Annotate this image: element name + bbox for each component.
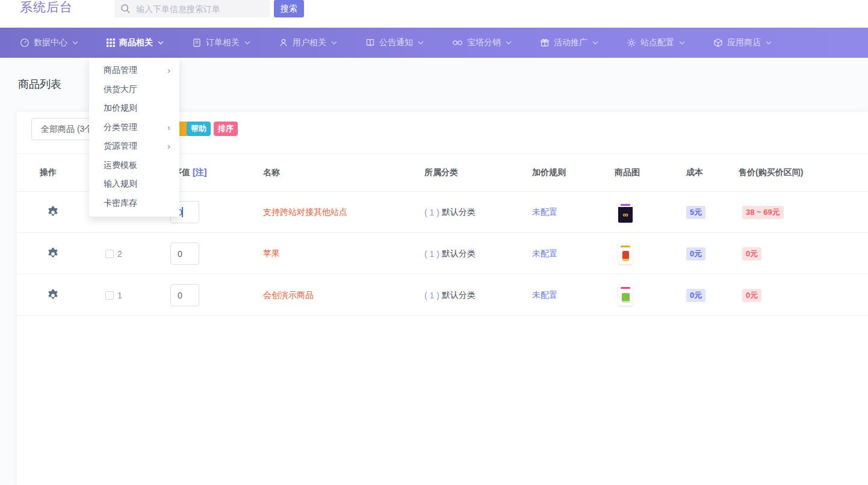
col-header-cost: 成本: [686, 153, 703, 191]
nav-item-announcements[interactable]: 公告通知: [365, 37, 424, 48]
nav-item-pagoda-distribution[interactable]: 宝塔分销: [452, 37, 512, 48]
product-name-link[interactable]: 支持跨站对接其他站点: [263, 207, 347, 218]
cost-badge: 0元: [686, 247, 705, 261]
product-name-link[interactable]: 会创演示商品: [263, 290, 314, 301]
menu-item-product-management[interactable]: 商品管理 ›: [89, 61, 179, 80]
gear-icon: [627, 38, 636, 48]
chevron-down-icon: [158, 41, 164, 45]
row-id-label: 2: [117, 249, 122, 259]
row-settings-gear-icon[interactable]: [45, 246, 61, 262]
nav-item-promotions[interactable]: 活动推广: [540, 37, 598, 48]
nav-label: 数据中心: [34, 37, 67, 48]
text-caret: [182, 207, 183, 217]
category-index: ( 1 ): [424, 291, 439, 300]
order-icon: [192, 38, 202, 48]
col-header-name: 名称: [263, 153, 280, 191]
nav-label: 宝塔分销: [467, 37, 501, 48]
category-name: 默认分类: [442, 290, 476, 301]
product-image[interactable]: ∞: [618, 202, 633, 223]
menu-item-label: 商品管理: [104, 65, 137, 75]
submenu-arrow-icon: ›: [167, 118, 170, 137]
menu-item-label: 输入规则: [104, 179, 137, 188]
menu-item-label: 分类管理: [104, 122, 137, 132]
row-checkbox[interactable]: [105, 291, 114, 300]
menu-item-card-stock[interactable]: 卡密库存: [89, 194, 179, 213]
markup-rule-link[interactable]: 未配置: [532, 290, 557, 301]
gift-icon: [540, 38, 550, 48]
page-title: 商品列表: [18, 77, 61, 91]
category-name: 默认分类: [442, 249, 476, 259]
sort-value-input[interactable]: [170, 242, 199, 265]
order-search-box: [114, 0, 270, 17]
nav-item-data-center[interactable]: 数据中心: [20, 37, 78, 48]
menu-item-source-management[interactable]: 货源管理 ›: [89, 137, 179, 156]
chevron-down-icon: [766, 41, 772, 45]
col-header-category: 所属分类: [424, 153, 458, 191]
nav-item-app-store[interactable]: 应用商店: [713, 37, 772, 48]
price-badge: 0元: [742, 247, 761, 261]
main-navbar: 数据中心 商品相关 订单相关 用户相关: [0, 28, 868, 58]
nav-label: 订单相关: [206, 37, 240, 48]
row-checkbox[interactable]: [105, 250, 114, 258]
search-button[interactable]: 搜索: [274, 0, 304, 17]
app-logo: 系统后台: [20, 0, 73, 16]
menu-item-label: 供货大厅: [104, 84, 137, 94]
chevron-down-icon: [331, 41, 337, 45]
box-icon: [713, 38, 723, 48]
chevron-down-icon: [244, 41, 250, 45]
col-header-rule: 加价规则: [532, 153, 566, 191]
menu-item-supply-hall[interactable]: 供货大厅: [89, 80, 179, 99]
menu-item-category-management[interactable]: 分类管理 ›: [89, 118, 179, 137]
nav-item-users[interactable]: 用户相关: [279, 37, 337, 48]
sort-value-input[interactable]: [170, 284, 199, 306]
row-settings-gear-icon[interactable]: [45, 205, 61, 220]
chevron-down-icon: [592, 41, 598, 45]
chevron-down-icon: [506, 41, 512, 45]
menu-item-label: 运费模板: [104, 160, 137, 170]
category-name: 默认分类: [442, 207, 476, 218]
nav-item-site-config[interactable]: 站点配置: [627, 37, 685, 48]
grid-icon: [107, 39, 115, 47]
nav-item-products[interactable]: 商品相关: [107, 37, 164, 48]
nav-label: 应用商店: [727, 37, 761, 48]
cost-badge: 5元: [686, 206, 705, 219]
top-header: 系统后台 搜索: [0, 0, 868, 28]
submenu-arrow-icon: ›: [167, 61, 170, 80]
table-row: 1 会创演示商品 ( 1 )默认分类 未配置 0元 0元: [17, 274, 868, 316]
menu-item-shipping-template[interactable]: 运费模板: [89, 156, 179, 175]
product-image[interactable]: [618, 244, 633, 264]
table-row: 2 苹果 ( 1 )默认分类 未配置 0元 0元: [17, 233, 868, 274]
col-header-image: 商品图: [615, 153, 640, 191]
sort-badge[interactable]: 排序: [214, 122, 238, 136]
price-badge: 0元: [742, 289, 761, 302]
user-icon: [279, 38, 288, 48]
menu-item-markup-rules[interactable]: 加价规则: [89, 99, 179, 118]
col-header-price: 售价(购买价区间): [739, 153, 803, 191]
category-index: ( 1 ): [424, 208, 439, 217]
help-badge[interactable]: 帮助: [187, 122, 211, 136]
price-badge: 38 ~ 69元: [742, 206, 784, 219]
row-settings-gear-icon[interactable]: [45, 288, 61, 303]
menu-item-input-rules[interactable]: 输入规则: [89, 175, 179, 194]
markup-rule-link[interactable]: 未配置: [532, 207, 557, 218]
chevron-down-icon: [418, 41, 424, 45]
nav-label: 用户相关: [293, 37, 326, 48]
markup-rule-link[interactable]: 未配置: [532, 249, 557, 259]
search-input[interactable]: [136, 0, 265, 17]
menu-item-label: 货源管理: [104, 141, 137, 150]
menu-item-label: 卡密库存: [104, 198, 137, 208]
product-image[interactable]: [618, 285, 633, 306]
nav-label: 公告通知: [379, 37, 413, 48]
nav-label: 站点配置: [640, 37, 674, 48]
submenu-arrow-icon: ›: [167, 137, 170, 156]
nav-label: 商品相关: [119, 37, 153, 48]
product-name-link[interactable]: 苹果: [263, 249, 280, 259]
gauge-icon: [20, 38, 29, 48]
nav-item-orders[interactable]: 订单相关: [192, 37, 250, 48]
book-icon: [365, 38, 375, 48]
row-id-label: 1: [117, 291, 122, 300]
category-index: ( 1 ): [424, 249, 439, 259]
sort-note-link[interactable]: [注]: [193, 167, 206, 177]
infinity-icon: [452, 39, 463, 46]
chevron-down-icon: [679, 41, 685, 45]
